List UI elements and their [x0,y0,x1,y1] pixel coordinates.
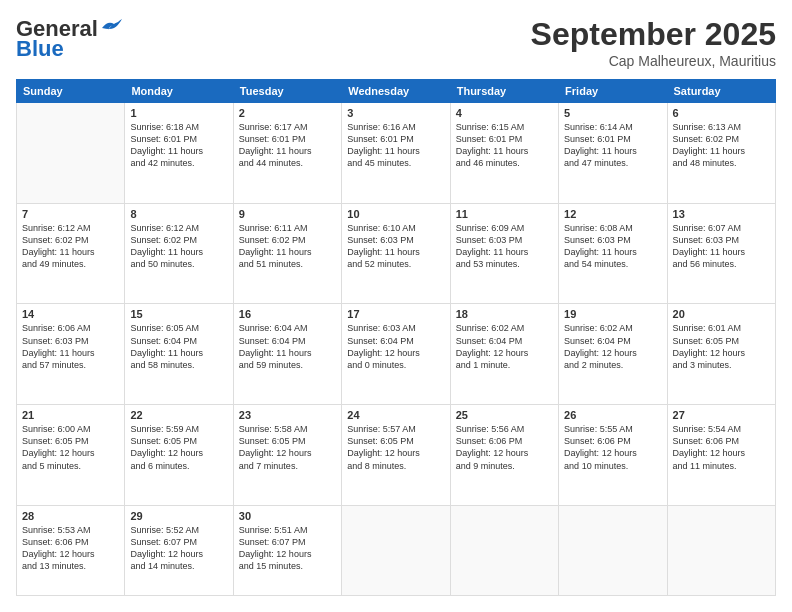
day-info: Sunrise: 6:02 AM Sunset: 6:04 PM Dayligh… [456,322,553,371]
calendar-cell: 23Sunrise: 5:58 AM Sunset: 6:05 PM Dayli… [233,405,341,506]
day-number: 2 [239,107,336,119]
day-header-thursday: Thursday [450,80,558,103]
calendar-cell: 6Sunrise: 6:13 AM Sunset: 6:02 PM Daylig… [667,103,775,204]
day-number: 13 [673,208,770,220]
calendar-cell: 29Sunrise: 5:52 AM Sunset: 6:07 PM Dayli… [125,505,233,595]
day-number: 22 [130,409,227,421]
day-number: 20 [673,308,770,320]
day-number: 26 [564,409,661,421]
calendar-cell: 11Sunrise: 6:09 AM Sunset: 6:03 PM Dayli… [450,203,558,304]
month-title: September 2025 [531,16,776,53]
day-number: 4 [456,107,553,119]
day-info: Sunrise: 6:08 AM Sunset: 6:03 PM Dayligh… [564,222,661,271]
title-block: September 2025 Cap Malheureux, Mauritius [531,16,776,69]
calendar-cell: 21Sunrise: 6:00 AM Sunset: 6:05 PM Dayli… [17,405,125,506]
day-info: Sunrise: 6:12 AM Sunset: 6:02 PM Dayligh… [22,222,119,271]
calendar-cell: 10Sunrise: 6:10 AM Sunset: 6:03 PM Dayli… [342,203,450,304]
calendar-cell: 18Sunrise: 6:02 AM Sunset: 6:04 PM Dayli… [450,304,558,405]
day-info: Sunrise: 6:11 AM Sunset: 6:02 PM Dayligh… [239,222,336,271]
day-number: 21 [22,409,119,421]
day-number: 23 [239,409,336,421]
day-info: Sunrise: 6:13 AM Sunset: 6:02 PM Dayligh… [673,121,770,170]
calendar-cell: 25Sunrise: 5:56 AM Sunset: 6:06 PM Dayli… [450,405,558,506]
week-row-3: 14Sunrise: 6:06 AM Sunset: 6:03 PM Dayli… [17,304,776,405]
calendar-cell: 3Sunrise: 6:16 AM Sunset: 6:01 PM Daylig… [342,103,450,204]
calendar-cell: 9Sunrise: 6:11 AM Sunset: 6:02 PM Daylig… [233,203,341,304]
day-info: Sunrise: 6:15 AM Sunset: 6:01 PM Dayligh… [456,121,553,170]
calendar-header-row: SundayMondayTuesdayWednesdayThursdayFrid… [17,80,776,103]
day-number: 25 [456,409,553,421]
calendar-cell: 22Sunrise: 5:59 AM Sunset: 6:05 PM Dayli… [125,405,233,506]
day-number: 30 [239,510,336,522]
page: General Blue September 2025 Cap Malheure… [0,0,792,612]
day-number: 7 [22,208,119,220]
calendar-cell: 5Sunrise: 6:14 AM Sunset: 6:01 PM Daylig… [559,103,667,204]
calendar-cell: 13Sunrise: 6:07 AM Sunset: 6:03 PM Dayli… [667,203,775,304]
day-info: Sunrise: 6:14 AM Sunset: 6:01 PM Dayligh… [564,121,661,170]
calendar-cell: 12Sunrise: 6:08 AM Sunset: 6:03 PM Dayli… [559,203,667,304]
header: General Blue September 2025 Cap Malheure… [16,16,776,69]
day-number: 27 [673,409,770,421]
calendar-cell: 2Sunrise: 6:17 AM Sunset: 6:01 PM Daylig… [233,103,341,204]
day-number: 16 [239,308,336,320]
logo: General Blue [16,16,122,62]
week-row-5: 28Sunrise: 5:53 AM Sunset: 6:06 PM Dayli… [17,505,776,595]
day-info: Sunrise: 6:01 AM Sunset: 6:05 PM Dayligh… [673,322,770,371]
day-info: Sunrise: 6:00 AM Sunset: 6:05 PM Dayligh… [22,423,119,472]
calendar-cell: 4Sunrise: 6:15 AM Sunset: 6:01 PM Daylig… [450,103,558,204]
calendar-cell: 14Sunrise: 6:06 AM Sunset: 6:03 PM Dayli… [17,304,125,405]
day-number: 28 [22,510,119,522]
day-header-saturday: Saturday [667,80,775,103]
calendar-cell: 24Sunrise: 5:57 AM Sunset: 6:05 PM Dayli… [342,405,450,506]
calendar-cell: 19Sunrise: 6:02 AM Sunset: 6:04 PM Dayli… [559,304,667,405]
day-info: Sunrise: 6:12 AM Sunset: 6:02 PM Dayligh… [130,222,227,271]
day-number: 10 [347,208,444,220]
calendar-cell [667,505,775,595]
calendar-table: SundayMondayTuesdayWednesdayThursdayFrid… [16,79,776,596]
day-info: Sunrise: 6:06 AM Sunset: 6:03 PM Dayligh… [22,322,119,371]
day-info: Sunrise: 5:52 AM Sunset: 6:07 PM Dayligh… [130,524,227,573]
day-number: 15 [130,308,227,320]
day-number: 24 [347,409,444,421]
logo-blue: Blue [16,36,64,62]
day-info: Sunrise: 5:53 AM Sunset: 6:06 PM Dayligh… [22,524,119,573]
day-number: 11 [456,208,553,220]
calendar-cell: 30Sunrise: 5:51 AM Sunset: 6:07 PM Dayli… [233,505,341,595]
day-header-monday: Monday [125,80,233,103]
day-info: Sunrise: 6:16 AM Sunset: 6:01 PM Dayligh… [347,121,444,170]
day-info: Sunrise: 5:58 AM Sunset: 6:05 PM Dayligh… [239,423,336,472]
day-info: Sunrise: 5:54 AM Sunset: 6:06 PM Dayligh… [673,423,770,472]
week-row-1: 1Sunrise: 6:18 AM Sunset: 6:01 PM Daylig… [17,103,776,204]
calendar-cell: 15Sunrise: 6:05 AM Sunset: 6:04 PM Dayli… [125,304,233,405]
calendar-cell [559,505,667,595]
day-info: Sunrise: 6:02 AM Sunset: 6:04 PM Dayligh… [564,322,661,371]
day-number: 6 [673,107,770,119]
day-header-wednesday: Wednesday [342,80,450,103]
week-row-4: 21Sunrise: 6:00 AM Sunset: 6:05 PM Dayli… [17,405,776,506]
calendar-cell: 20Sunrise: 6:01 AM Sunset: 6:05 PM Dayli… [667,304,775,405]
day-header-tuesday: Tuesday [233,80,341,103]
day-info: Sunrise: 6:03 AM Sunset: 6:04 PM Dayligh… [347,322,444,371]
day-info: Sunrise: 6:07 AM Sunset: 6:03 PM Dayligh… [673,222,770,271]
day-info: Sunrise: 6:05 AM Sunset: 6:04 PM Dayligh… [130,322,227,371]
day-info: Sunrise: 6:10 AM Sunset: 6:03 PM Dayligh… [347,222,444,271]
calendar-cell: 17Sunrise: 6:03 AM Sunset: 6:04 PM Dayli… [342,304,450,405]
calendar-cell [17,103,125,204]
day-number: 29 [130,510,227,522]
calendar-cell: 7Sunrise: 6:12 AM Sunset: 6:02 PM Daylig… [17,203,125,304]
day-number: 12 [564,208,661,220]
calendar-cell: 16Sunrise: 6:04 AM Sunset: 6:04 PM Dayli… [233,304,341,405]
day-info: Sunrise: 5:55 AM Sunset: 6:06 PM Dayligh… [564,423,661,472]
calendar-cell: 27Sunrise: 5:54 AM Sunset: 6:06 PM Dayli… [667,405,775,506]
calendar-cell: 26Sunrise: 5:55 AM Sunset: 6:06 PM Dayli… [559,405,667,506]
day-number: 1 [130,107,227,119]
day-info: Sunrise: 6:18 AM Sunset: 6:01 PM Dayligh… [130,121,227,170]
day-info: Sunrise: 6:09 AM Sunset: 6:03 PM Dayligh… [456,222,553,271]
day-number: 8 [130,208,227,220]
day-number: 3 [347,107,444,119]
calendar-cell [342,505,450,595]
week-row-2: 7Sunrise: 6:12 AM Sunset: 6:02 PM Daylig… [17,203,776,304]
day-info: Sunrise: 5:51 AM Sunset: 6:07 PM Dayligh… [239,524,336,573]
day-number: 19 [564,308,661,320]
day-info: Sunrise: 5:56 AM Sunset: 6:06 PM Dayligh… [456,423,553,472]
